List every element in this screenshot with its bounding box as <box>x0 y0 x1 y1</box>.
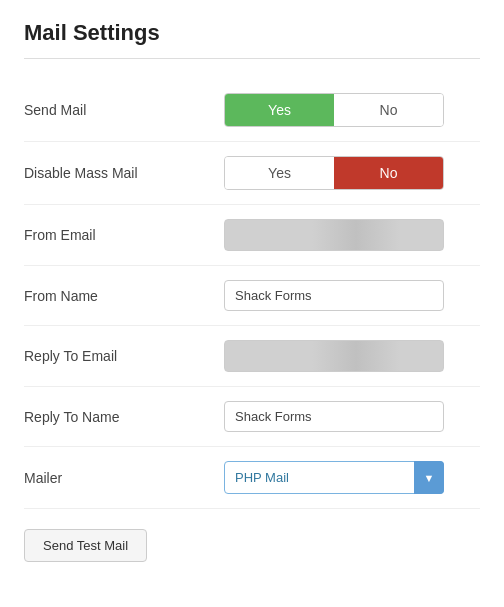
reply-to-name-control <box>224 401 480 432</box>
from-email-row: From Email <box>24 205 480 266</box>
send-mail-row: Send Mail Yes No <box>24 79 480 142</box>
send-mail-yes-button[interactable]: Yes <box>225 94 334 126</box>
disable-mass-mail-no-button[interactable]: No <box>334 157 443 189</box>
mailer-row: Mailer PHP Mail SMTP Sendmail <box>24 447 480 509</box>
mailer-select[interactable]: PHP Mail SMTP Sendmail <box>224 461 444 494</box>
send-mail-control: Yes No <box>224 93 480 127</box>
from-name-row: From Name <box>24 266 480 326</box>
disable-mass-mail-label: Disable Mass Mail <box>24 165 224 181</box>
disable-mass-mail-control: Yes No <box>224 156 480 190</box>
send-mail-no-button[interactable]: No <box>334 94 443 126</box>
reply-to-email-input[interactable] <box>224 340 444 372</box>
send-mail-label: Send Mail <box>24 102 224 118</box>
send-mail-toggle: Yes No <box>224 93 444 127</box>
page-title: Mail Settings <box>24 20 480 46</box>
disable-mass-mail-toggle: Yes No <box>224 156 444 190</box>
reply-to-email-label: Reply To Email <box>24 348 224 364</box>
from-name-label: From Name <box>24 288 224 304</box>
from-email-label: From Email <box>24 227 224 243</box>
reply-to-name-input[interactable] <box>224 401 444 432</box>
disable-mass-mail-yes-button[interactable]: Yes <box>225 157 334 189</box>
divider <box>24 58 480 59</box>
disable-mass-mail-row: Disable Mass Mail Yes No <box>24 142 480 205</box>
from-email-control <box>224 219 480 251</box>
mailer-select-wrapper: PHP Mail SMTP Sendmail <box>224 461 444 494</box>
mailer-label: Mailer <box>24 470 224 486</box>
from-name-input[interactable] <box>224 280 444 311</box>
mailer-control: PHP Mail SMTP Sendmail <box>224 461 480 494</box>
reply-to-name-label: Reply To Name <box>24 409 224 425</box>
from-email-input[interactable] <box>224 219 444 251</box>
send-test-mail-button[interactable]: Send Test Mail <box>24 529 147 562</box>
reply-to-email-row: Reply To Email <box>24 326 480 387</box>
page-container: Mail Settings Send Mail Yes No Disable M… <box>0 0 504 582</box>
from-name-control <box>224 280 480 311</box>
reply-to-email-control <box>224 340 480 372</box>
reply-to-name-row: Reply To Name <box>24 387 480 447</box>
